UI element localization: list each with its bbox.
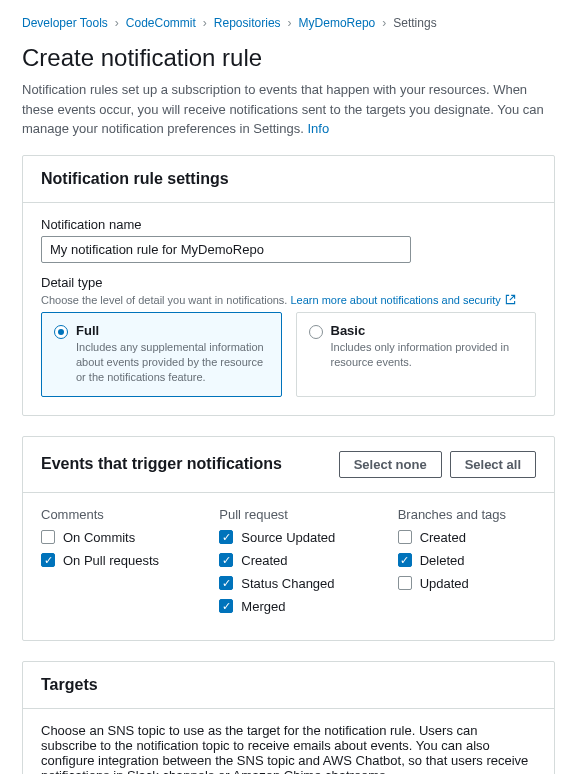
notification-name-label: Notification name [41,217,536,232]
checkbox-icon [398,553,412,567]
detail-type-basic[interactable]: Basic Includes only information provided… [296,312,537,397]
event-status-changed[interactable]: Status Changed [219,576,357,591]
checkbox-icon [219,576,233,590]
targets-desc-1: Choose an SNS topic to use as the target… [41,723,536,774]
detail-type-hint: Choose the level of detail you want in n… [41,294,536,306]
breadcrumb-link[interactable]: CodeCommit [126,16,196,30]
breadcrumb: Developer Tools › CodeCommit › Repositor… [22,16,555,30]
panel-targets: Targets Choose an SNS topic to use as th… [22,661,555,774]
checkbox-icon [219,530,233,544]
event-label: Source Updated [241,530,335,545]
notification-name-input[interactable] [41,236,411,263]
event-label: Status Changed [241,576,334,591]
event-label: Merged [241,599,285,614]
radio-icon [54,325,68,339]
radio-desc: Includes only information provided in re… [331,340,524,371]
event-label: On Pull requests [63,553,159,568]
info-link[interactable]: Info [307,121,329,136]
chevron-right-icon: › [203,16,207,30]
radio-icon [309,325,323,339]
event-branch-deleted[interactable]: Deleted [398,553,536,568]
chevron-right-icon: › [115,16,119,30]
panel-settings: Notification rule settings Notification … [22,155,555,416]
checkbox-icon [398,576,412,590]
events-col-comments: Comments On Commits On Pull requests [41,507,179,622]
page-subtitle: Notification rules set up a subscription… [22,80,555,139]
event-branch-created[interactable]: Created [398,530,536,545]
event-label: Created [420,530,466,545]
event-label: Updated [420,576,469,591]
checkbox-icon [398,530,412,544]
breadcrumb-link[interactable]: MyDemoRepo [299,16,376,30]
checkbox-icon [41,553,55,567]
events-col-branches: Branches and tags Created Deleted Update… [398,507,536,622]
page-title: Create notification rule [22,44,555,72]
external-link-icon [505,294,516,305]
panel-events: Events that trigger notifications Select… [22,436,555,641]
chevron-right-icon: › [382,16,386,30]
event-branch-updated[interactable]: Updated [398,576,536,591]
detail-security-link[interactable]: Learn more about notifications and secur… [291,294,516,306]
select-none-button[interactable]: Select none [339,451,442,478]
checkbox-icon [41,530,55,544]
event-label: Created [241,553,287,568]
panel-heading: Notification rule settings [41,170,229,188]
events-col-title: Branches and tags [398,507,536,522]
events-col-pull-request: Pull request Source Updated Created Stat… [219,507,357,622]
checkbox-icon [219,599,233,613]
event-on-commits[interactable]: On Commits [41,530,179,545]
radio-desc: Includes any supplemental information ab… [76,340,269,386]
detail-type-full[interactable]: Full Includes any supplemental informati… [41,312,282,397]
events-col-title: Pull request [219,507,357,522]
breadcrumb-current: Settings [393,16,436,30]
event-merged[interactable]: Merged [219,599,357,614]
select-all-button[interactable]: Select all [450,451,536,478]
events-col-title: Comments [41,507,179,522]
event-label: Deleted [420,553,465,568]
chevron-right-icon: › [288,16,292,30]
radio-title: Full [76,323,269,338]
detail-type-label: Detail type [41,275,536,290]
event-source-updated[interactable]: Source Updated [219,530,357,545]
event-label: On Commits [63,530,135,545]
breadcrumb-link[interactable]: Repositories [214,16,281,30]
event-on-pull-requests[interactable]: On Pull requests [41,553,179,568]
checkbox-icon [219,553,233,567]
panel-heading: Events that trigger notifications [41,455,282,473]
panel-heading: Targets [41,676,98,694]
event-pr-created[interactable]: Created [219,553,357,568]
radio-title: Basic [331,323,524,338]
breadcrumb-link[interactable]: Developer Tools [22,16,108,30]
